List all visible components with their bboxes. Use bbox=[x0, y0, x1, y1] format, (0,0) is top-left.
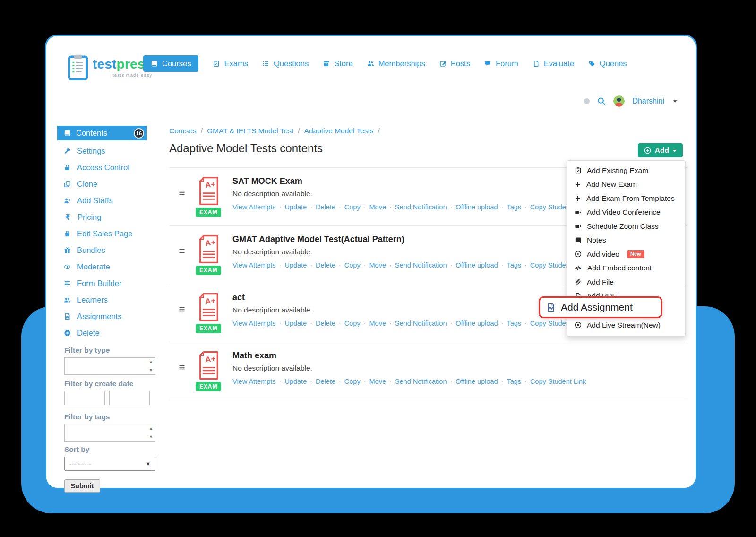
action-offline-upload[interactable]: Offline upload bbox=[455, 203, 498, 211]
filter-tags-select[interactable]: ▲ ▼ bbox=[64, 424, 155, 442]
nav-item-posts[interactable]: Posts bbox=[439, 59, 470, 68]
action-delete[interactable]: Delete bbox=[316, 378, 335, 385]
menu-item-label: Add Live Stream(New) bbox=[587, 321, 661, 329]
sidebar-item-settings[interactable]: Settings bbox=[57, 143, 147, 159]
action-view-attempts[interactable]: View Attempts bbox=[232, 378, 276, 385]
action-tags[interactable]: Tags bbox=[507, 378, 521, 385]
brand-tagline: tests made easy bbox=[112, 72, 152, 78]
search-icon[interactable] bbox=[597, 97, 606, 105]
caret-down-icon[interactable] bbox=[672, 98, 679, 104]
menu-item-add-file[interactable]: Add File bbox=[567, 275, 685, 289]
filter-type-select[interactable]: ▲ ▼ bbox=[64, 357, 155, 375]
notification-dot[interactable] bbox=[584, 98, 590, 104]
menu-item-add-exam-from-templates[interactable]: Add Exam From Templates bbox=[567, 191, 685, 206]
nav-item-evaluate[interactable]: Evaluate bbox=[533, 59, 574, 68]
nav-item-queries[interactable]: Queries bbox=[588, 59, 627, 68]
action-view-attempts[interactable]: View Attempts bbox=[232, 261, 276, 269]
breadcrumb-gmat-ielts[interactable]: GMAT & IELTS Model Test bbox=[207, 127, 293, 135]
action-copy[interactable]: Copy bbox=[344, 378, 361, 385]
date-to-input[interactable] bbox=[109, 391, 150, 405]
action-update[interactable]: Update bbox=[284, 378, 307, 385]
action-move[interactable]: Move bbox=[369, 261, 386, 269]
action-delete[interactable]: Delete bbox=[316, 203, 335, 211]
action-separator: · bbox=[310, 378, 312, 385]
sidebar-item-delete[interactable]: Delete bbox=[57, 325, 147, 341]
action-copy-student-link[interactable]: Copy Student Link bbox=[530, 378, 586, 385]
action-move[interactable]: Move bbox=[369, 320, 386, 327]
menu-item-add-live-stream[interactable]: Add Live Stream(New) bbox=[567, 318, 685, 332]
action-copy[interactable]: Copy bbox=[344, 203, 361, 211]
sidebar-item-pricing[interactable]: ₹ Pricing bbox=[57, 209, 147, 225]
nav-item-questions[interactable]: Questions bbox=[262, 59, 309, 68]
breadcrumb-separator: / bbox=[298, 127, 300, 135]
action-separator: · bbox=[310, 203, 312, 211]
action-send-notification[interactable]: Send Notification bbox=[395, 320, 447, 327]
sidebar-item-bundles[interactable]: Bundles bbox=[57, 242, 147, 259]
action-send-notification[interactable]: Send Notification bbox=[395, 261, 447, 269]
users-icon bbox=[64, 296, 71, 303]
add-button[interactable]: Add bbox=[638, 143, 683, 157]
sidebar-item-add-staffs[interactable]: Add Staffs bbox=[57, 192, 147, 209]
nav-item-exams[interactable]: Exams bbox=[213, 59, 248, 68]
action-send-notification[interactable]: Send Notification bbox=[395, 378, 447, 385]
action-update[interactable]: Update bbox=[284, 203, 307, 211]
content-description: No description available. bbox=[232, 248, 586, 256]
sidebar-item-form-builder[interactable]: Form Builder bbox=[57, 275, 147, 292]
sort-by-select[interactable]: ---------- ▼ bbox=[64, 457, 155, 471]
menu-item-add-video[interactable]: Add video New bbox=[567, 247, 685, 261]
nav-item-forum[interactable]: Forum bbox=[484, 59, 518, 68]
menu-item-add-new-exam[interactable]: Add New Exam bbox=[567, 178, 685, 192]
drag-handle[interactable] bbox=[169, 292, 195, 313]
file-icon bbox=[533, 60, 540, 67]
spinner-up-icon: ▲ bbox=[149, 426, 153, 431]
action-view-attempts[interactable]: View Attempts bbox=[232, 320, 276, 327]
brand-logo[interactable]: testpress tests made easy bbox=[68, 54, 152, 80]
drag-handle[interactable] bbox=[169, 234, 195, 255]
menu-item-schedule-zoom-class[interactable]: Schedule Zoom Class bbox=[567, 219, 685, 234]
nav-item-store[interactable]: Store bbox=[323, 59, 352, 68]
book-icon bbox=[64, 130, 71, 137]
action-move[interactable]: Move bbox=[369, 378, 386, 385]
menu-item-add-existing-exam[interactable]: Add Existing Exam bbox=[567, 164, 685, 178]
nav-label: Courses bbox=[162, 59, 191, 68]
nav-item-memberships[interactable]: Memberships bbox=[367, 59, 425, 68]
action-copy[interactable]: Copy bbox=[344, 320, 361, 327]
action-send-notification[interactable]: Send Notification bbox=[395, 203, 447, 211]
sidebar-item-label: Learners bbox=[77, 295, 108, 304]
add-assignment-callout[interactable]: Add Assignment bbox=[539, 296, 662, 318]
sidebar-item-moderate[interactable]: Moderate bbox=[57, 259, 147, 275]
action-view-attempts[interactable]: View Attempts bbox=[232, 203, 276, 211]
action-update[interactable]: Update bbox=[284, 261, 307, 269]
nav-item-courses[interactable]: Courses bbox=[143, 55, 198, 72]
menu-item-add-video-conference[interactable]: Add Video Conference bbox=[567, 206, 685, 220]
action-offline-upload[interactable]: Offline upload bbox=[455, 261, 498, 269]
action-update[interactable]: Update bbox=[284, 320, 307, 327]
sidebar-item-assignments[interactable]: Assignments bbox=[57, 308, 147, 325]
date-from-input[interactable] bbox=[64, 391, 105, 405]
action-offline-upload[interactable]: Offline upload bbox=[455, 378, 498, 385]
submit-button[interactable]: Submit bbox=[64, 479, 100, 493]
drag-handle[interactable] bbox=[169, 176, 195, 197]
breadcrumb-adaptive-tests[interactable]: Adaptive Model Tests bbox=[304, 127, 374, 135]
sidebar-item-access-control[interactable]: Access Control bbox=[57, 159, 147, 176]
action-move[interactable]: Move bbox=[369, 203, 386, 211]
action-tags[interactable]: Tags bbox=[507, 203, 521, 211]
username[interactable]: Dharshini bbox=[632, 97, 664, 105]
menu-item-add-embed-content[interactable]: </> Add Embed content bbox=[567, 261, 685, 276]
sidebar-item-clone[interactable]: Clone bbox=[57, 176, 147, 192]
drag-handle[interactable] bbox=[169, 350, 195, 371]
menu-item-notes[interactable]: Notes bbox=[567, 234, 685, 248]
sidebar-item-edit-sales-page[interactable]: Edit Sales Page bbox=[57, 225, 147, 242]
action-tags[interactable]: Tags bbox=[507, 320, 521, 327]
sidebar-item-contents[interactable]: Contents 16 bbox=[57, 126, 147, 140]
action-separator: · bbox=[339, 320, 341, 327]
action-offline-upload[interactable]: Offline upload bbox=[455, 320, 498, 327]
action-delete[interactable]: Delete bbox=[316, 261, 335, 269]
breadcrumb: Courses / GMAT & IELTS Model Test / Adap… bbox=[169, 127, 380, 135]
action-delete[interactable]: Delete bbox=[316, 320, 335, 327]
sidebar-item-learners[interactable]: Learners bbox=[57, 292, 147, 308]
action-tags[interactable]: Tags bbox=[507, 261, 521, 269]
breadcrumb-courses[interactable]: Courses bbox=[169, 127, 197, 135]
action-copy[interactable]: Copy bbox=[344, 261, 361, 269]
avatar[interactable] bbox=[613, 95, 625, 107]
